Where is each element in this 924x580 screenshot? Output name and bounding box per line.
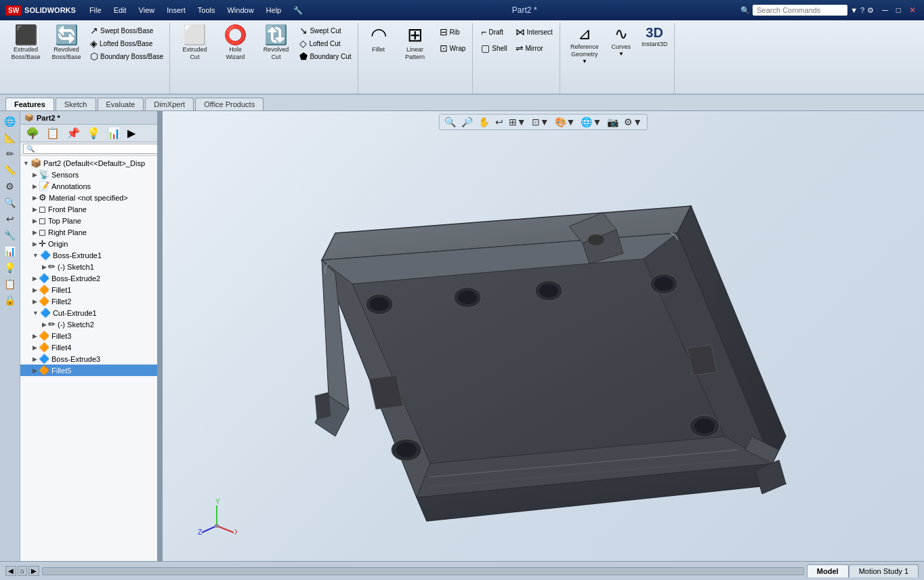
viewport[interactable]: 🔍 🔎 ✋ ↩ ⊞▼ ⊡▼ 🎨▼ 🌐▼ 📷 ⚙▼ [163, 111, 924, 561]
lofted-cut-button[interactable]: ◇ Lofted Cut [297, 37, 353, 49]
ft-item-right-plane[interactable]: ▶◻Right Plane [20, 226, 161, 238]
hole-wizard-button[interactable]: ⭕ Hole Wizard [216, 24, 254, 62]
mirror-button[interactable]: ⇌ Mirror [513, 41, 555, 56]
left-icon-9[interactable]: 📊 [2, 244, 18, 259]
ft-expand-arrow[interactable]: ▶ [33, 206, 37, 213]
ft-item-cut-extrude1[interactable]: ▼🔷Cut-Extrude1 [20, 307, 161, 318]
ft-tab-config[interactable]: 📌 [64, 126, 83, 140]
ft-tab-equations[interactable]: 📊 [104, 126, 123, 140]
ft-expand-arrow[interactable]: ▼ [33, 310, 39, 316]
menu-edit[interactable]: Edit [108, 5, 132, 16]
left-icon-3[interactable]: ✏ [4, 146, 16, 161]
left-icon-6[interactable]: 🔍 [2, 195, 18, 210]
swept-cut-button[interactable]: ↘ Swept Cut [297, 24, 353, 37]
ft-tab-properties[interactable]: 📋 [43, 126, 62, 140]
reference-geometry-dropdown[interactable]: ▼ [582, 58, 587, 64]
feature-tree-search-input[interactable] [23, 144, 159, 154]
fillet-button[interactable]: ◠ Fillet [364, 24, 394, 55]
help-icon[interactable]: ? [860, 6, 864, 14]
ft-tab-tree[interactable]: 🌳 [23, 126, 42, 140]
left-icon-1[interactable]: 🌐 [2, 114, 18, 129]
bottom-nav-home[interactable]: ⌂ [18, 566, 27, 576]
revolved-cut-button[interactable]: 🔃 Revolved Cut [257, 24, 295, 62]
menu-window[interactable]: Window [222, 5, 259, 16]
bottom-scroll-bar[interactable] [42, 567, 804, 575]
vp-view-select[interactable]: ⊞▼ [507, 116, 528, 128]
vp-settings[interactable]: ⚙▼ [622, 116, 644, 128]
vp-pan[interactable]: ✋ [476, 116, 492, 128]
lofted-boss-base-button[interactable]: ◈ Lofted Boss/Base [88, 37, 165, 49]
settings-icon[interactable]: ⚙ [867, 6, 874, 15]
ft-tab-more[interactable]: ▶ [125, 126, 138, 140]
ft-expand-arrow[interactable]: ▶ [33, 275, 37, 282]
vp-rotate[interactable]: ↩ [493, 116, 505, 128]
vp-snapshot[interactable]: 📷 [605, 116, 621, 128]
tab-evaluate[interactable]: Evaluate [98, 98, 144, 110]
feature-tree-resizer[interactable] [157, 111, 161, 561]
ft-tab-display[interactable]: 💡 [84, 126, 103, 140]
reference-geometry-button[interactable]: ⊿ Reference Geometry ▼ [566, 24, 604, 66]
menu-insert[interactable]: Insert [161, 5, 191, 16]
boundary-cut-button[interactable]: ⬟ Boundary Cut [297, 50, 353, 62]
ft-item-sketch2[interactable]: ▶✏(-) Sketch2 [20, 318, 161, 330]
ft-expand-arrow[interactable]: ▶ [33, 241, 37, 247]
ft-item-sketch1[interactable]: ▶✏(-) Sketch1 [20, 261, 161, 272]
menu-file[interactable]: File [84, 5, 107, 16]
tab-dimxpert[interactable]: DimXpert [145, 98, 194, 110]
ft-item-front-plane[interactable]: ▶◻Front Plane [20, 203, 161, 215]
vp-display-mode[interactable]: ⊡▼ [530, 116, 551, 128]
ft-item-fillet3[interactable]: ▶🔶Fillet3 [20, 330, 161, 341]
instant3d-button[interactable]: 3D Instant3D [639, 24, 671, 49]
curves-button[interactable]: ∿ Curves ▼ [606, 24, 636, 58]
maximize-button[interactable]: □ [894, 5, 904, 15]
ft-expand-arrow[interactable]: ▶ [33, 183, 37, 190]
extruded-cut-button[interactable]: ⬜ Extruded Cut [175, 24, 213, 62]
ft-expand-arrow[interactable]: ▶ [33, 229, 37, 236]
wrap-button[interactable]: ⊡ Wrap [437, 41, 469, 56]
menu-view[interactable]: View [133, 5, 161, 16]
close-button[interactable]: ✕ [906, 5, 919, 15]
minimize-button[interactable]: ─ [879, 5, 891, 15]
left-icon-7[interactable]: ↩ [4, 211, 16, 226]
ft-expand-arrow[interactable]: ▶ [33, 344, 37, 351]
ft-expand-arrow[interactable]: ▶ [33, 367, 37, 374]
ft-item-origin[interactable]: ▶✛Origin [20, 238, 161, 249]
bottom-tab-model[interactable]: Model [807, 564, 849, 577]
curves-dropdown[interactable]: ▼ [618, 51, 624, 57]
rib-button[interactable]: ⊟ Rib [437, 24, 469, 39]
draft-button[interactable]: ⌐ Draft [478, 24, 509, 39]
menu-tools[interactable]: Tools [192, 5, 221, 16]
vp-zoom-in[interactable]: 🔍 [442, 116, 458, 128]
ft-item-fillet1[interactable]: ▶🔶Fillet1 [20, 284, 161, 295]
ft-item-boss-extrude3[interactable]: ▶🔷Boss-Extrude3 [20, 353, 161, 365]
left-icon-10[interactable]: 💡 [2, 260, 18, 275]
bottom-tab-motion-study[interactable]: Motion Study 1 [849, 564, 919, 577]
tab-features[interactable]: Features [5, 98, 54, 110]
menu-extra[interactable]: 🔧 [288, 5, 308, 16]
ft-expand-arrow[interactable]: ▶ [42, 264, 47, 270]
menu-help[interactable]: Help [261, 5, 287, 16]
extruded-boss-base-button[interactable]: ⬛ Extruded Boss/Base [7, 24, 45, 62]
ft-item-material[interactable]: ▶⚙Material <not specified> [20, 192, 161, 203]
ft-item-boss-extrude1[interactable]: ▼🔷Boss-Extrude1 [20, 249, 161, 261]
search-dropdown-icon[interactable]: ▼ [850, 6, 858, 14]
bottom-nav-prev[interactable]: ◀ [5, 566, 16, 576]
ft-item-fillet5[interactable]: ▶🔶Fillet5 [20, 365, 161, 376]
bottom-nav-next[interactable]: ▶ [28, 566, 39, 576]
search-input[interactable] [753, 5, 847, 16]
ft-expand-arrow[interactable]: ▶ [33, 298, 37, 305]
ft-item-fillet4[interactable]: ▶🔶Fillet4 [20, 341, 161, 353]
ft-item-root[interactable]: ▼📦Part2 (Default<<Default>_Disp [20, 157, 161, 169]
intersect-button[interactable]: ⋈ Intersect [513, 24, 555, 39]
ft-expand-arrow[interactable]: ▶ [33, 287, 37, 293]
ft-item-sensors[interactable]: ▶📡Sensors [20, 169, 161, 180]
ft-expand-arrow[interactable]: ▶ [33, 171, 37, 178]
ft-expand-arrow[interactable]: ▶ [33, 333, 37, 339]
ft-expand-arrow[interactable]: ▼ [33, 252, 39, 259]
swept-boss-base-button[interactable]: ↗ Swept Boss/Base [88, 24, 165, 37]
tab-sketch[interactable]: Sketch [56, 98, 96, 110]
ft-expand-arrow[interactable]: ▶ [42, 321, 47, 328]
left-icon-8[interactable]: 🔧 [2, 228, 18, 243]
tab-office-products[interactable]: Office Products [195, 98, 264, 110]
vp-appearance[interactable]: 🌐▼ [579, 116, 604, 128]
